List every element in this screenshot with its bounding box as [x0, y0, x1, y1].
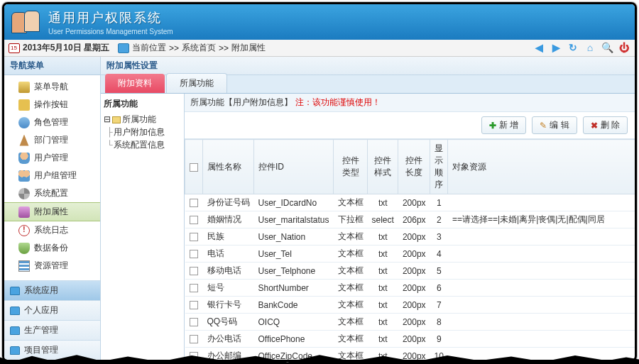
attributes-grid: 属性名称控件ID控件类型控件样式控件长度显示顺序对象资源 身份证号码User_I…: [185, 139, 635, 360]
row-checkbox[interactable]: [190, 284, 198, 292]
section-icon: [10, 326, 20, 335]
calendar-icon: [9, 43, 20, 53]
table-row[interactable]: QQ号码OICQ文本框txt200px8: [185, 314, 635, 331]
row-checkbox[interactable]: [190, 318, 198, 326]
section-icon: [10, 346, 20, 355]
loc-label: 当前位置: [132, 42, 166, 54]
home-icon[interactable]: ⌂: [584, 41, 596, 54]
sidebar-item-4[interactable]: 用户管理: [4, 149, 100, 167]
col-header[interactable]: 属性名称: [203, 140, 254, 194]
current-date: 2013年5月10日 星期五: [23, 42, 109, 54]
select-all-checkbox[interactable]: [190, 163, 198, 172]
nav-icon: [18, 243, 30, 254]
row-checkbox[interactable]: [190, 216, 198, 224]
location-bar: 2013年5月10日 星期五 当前位置 >> 系统首页 >> 附加属性 ◀ ▶ …: [4, 40, 635, 57]
delete-button[interactable]: ✖删 除: [583, 116, 628, 134]
refresh-icon[interactable]: ↻: [567, 41, 579, 54]
row-checkbox[interactable]: [190, 267, 198, 275]
tab-bar: 附加资料 所属功能: [101, 75, 635, 94]
sidebar-section-1[interactable]: 个人应用: [4, 300, 100, 320]
edit-button[interactable]: ✎编 辑: [532, 116, 577, 134]
sidebar-item-5[interactable]: 用户组管理: [4, 167, 100, 184]
col-header[interactable]: 控件长度: [398, 140, 430, 194]
monitor-icon: [118, 43, 129, 53]
info-band: 所属功能【用户附加信息】 注：该功能谨慎使用！: [185, 94, 635, 112]
add-button[interactable]: ✚新 增: [481, 116, 526, 134]
section-icon: [10, 307, 20, 315]
sidebar-item-8[interactable]: 系统日志: [4, 221, 100, 239]
row-checkbox[interactable]: [190, 352, 198, 360]
table-row[interactable]: 身份证号码User_IDcardNo文本框txt200px1: [185, 194, 635, 211]
sidebar-item-2[interactable]: 角色管理: [4, 114, 100, 131]
section-icon: [10, 287, 20, 295]
breadcrumb-home[interactable]: 系统首页: [182, 42, 216, 54]
sidebar-item-10[interactable]: 资源管理: [4, 257, 100, 275]
app-header: 通用用户权限系统 User Permissions Management Sys…: [4, 4, 635, 40]
power-icon[interactable]: ⏻: [618, 41, 630, 54]
table-row[interactable]: 银行卡号BankCode文本框txt200px7: [185, 297, 635, 314]
pencil-icon: ✎: [540, 121, 547, 131]
table-row[interactable]: 办公邮编OfficeZipCode文本框txt200px10: [185, 348, 635, 360]
nav-icon: [18, 188, 30, 199]
tree-node-user-extra[interactable]: 用户附加信息: [104, 126, 181, 138]
function-tree: 所属功能 ⊟所属功能 用户附加信息 系统配置信息: [101, 94, 185, 360]
col-header[interactable]: 控件样式: [368, 140, 398, 194]
nav-icon: [18, 206, 30, 218]
tab-owner-func[interactable]: 所属功能: [166, 73, 227, 93]
nav-header: 导航菜单: [4, 57, 100, 75]
sidebar-item-0[interactable]: 菜单导航: [4, 78, 100, 96]
app-logo: [11, 9, 41, 35]
table-row[interactable]: 移动电话User_Telphone文本框txt200px5: [185, 263, 635, 280]
table-row[interactable]: 短号ShortNumber文本框txt200px6: [185, 280, 635, 297]
sidebar-section-0[interactable]: 系统应用: [4, 280, 100, 300]
col-header[interactable]: 对象资源: [448, 140, 635, 194]
table-row[interactable]: 电话User_Tel文本框txt200px4: [185, 246, 635, 263]
nav-icon: [18, 135, 30, 146]
sidebar-item-1[interactable]: 操作按钮: [4, 96, 100, 114]
nav-icon: [18, 99, 30, 111]
delete-icon: ✖: [591, 121, 598, 131]
search-icon[interactable]: 🔍: [601, 41, 613, 54]
nav-icon: [18, 153, 30, 164]
sidebar-section-2[interactable]: 生产管理: [4, 320, 100, 340]
table-row[interactable]: 民族User_Nation文本框txt200px3: [185, 228, 635, 246]
table-row[interactable]: 办公电话OfficePhone文本框txt200px9: [185, 331, 635, 348]
nav-icon: [18, 260, 30, 272]
app-title: 通用用户权限系统: [48, 9, 173, 26]
col-header[interactable]: 控件ID: [254, 140, 334, 194]
warning-text: 注：该功能谨慎使用！: [295, 96, 381, 109]
tree-node-sys-config[interactable]: 系统配置信息: [104, 138, 181, 151]
row-checkbox[interactable]: [190, 199, 198, 207]
row-checkbox[interactable]: [190, 301, 198, 309]
app-subtitle: User Permissions Management System: [48, 28, 173, 35]
sidebar-item-6[interactable]: 系统配置: [4, 184, 100, 202]
nav-icon: [18, 117, 30, 128]
plus-icon: ✚: [489, 121, 496, 131]
nav-icon: [18, 82, 30, 93]
row-checkbox[interactable]: [190, 233, 198, 241]
nav-icon: [18, 170, 30, 182]
col-header[interactable]: 控件类型: [334, 140, 368, 194]
sidebar: 导航菜单 菜单导航操作按钮角色管理部门管理用户管理用户组管理系统配置附加属性系统…: [4, 57, 101, 360]
breadcrumb-current: 附加属性: [231, 42, 266, 54]
nav-icon: [18, 225, 30, 236]
col-header[interactable]: 显示顺序: [430, 140, 448, 194]
nav-forward-icon[interactable]: ▶: [550, 41, 562, 54]
tab-extra-info[interactable]: 附加资料: [105, 74, 165, 93]
sidebar-section-3[interactable]: 项目管理: [4, 340, 100, 360]
sidebar-item-7[interactable]: 附加属性: [4, 202, 100, 221]
tree-root[interactable]: ⊟所属功能: [104, 113, 181, 126]
nav-back-icon[interactable]: ◀: [532, 41, 545, 54]
table-row[interactable]: 婚姻情况User_maritalstatus下拉框select206px2==请…: [185, 211, 635, 228]
sidebar-item-3[interactable]: 部门管理: [4, 131, 100, 149]
row-checkbox[interactable]: [190, 250, 198, 258]
sidebar-item-9[interactable]: 数据备份: [4, 239, 100, 257]
row-checkbox[interactable]: [190, 335, 198, 343]
